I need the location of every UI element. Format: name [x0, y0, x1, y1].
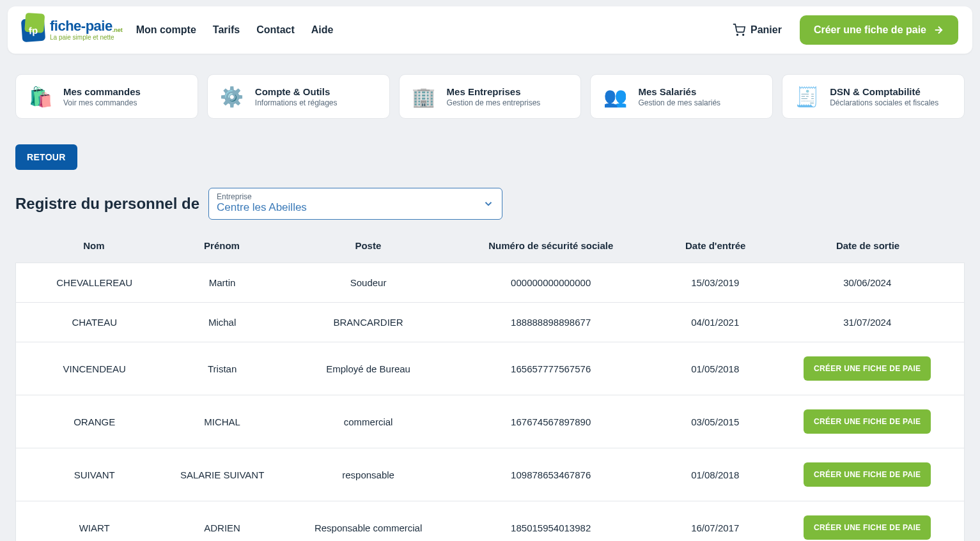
table-row: SUIVANT SALARIE SUIVANT responsable 1098… — [15, 448, 965, 501]
cell-sortie: 30/06/2024 — [782, 277, 953, 288]
tile-icon: 🏢 — [410, 82, 438, 110]
cell-ssn: 167674567897890 — [453, 416, 648, 427]
table-row: WIART ADRIEN Responsable commercial 1850… — [15, 501, 965, 541]
tile-icon: 🧾 — [793, 82, 821, 110]
cell-nom: WIART — [27, 522, 161, 533]
tile-subtitle: Gestion de mes entreprises — [447, 98, 541, 107]
cell-poste: responsable — [283, 469, 454, 480]
table-row: CHEVALLEREAU Martin Soudeur 000000000000… — [15, 263, 965, 303]
cell-poste: Employé de Bureau — [283, 363, 454, 374]
cell-ssn: 188888898898677 — [453, 317, 648, 328]
cell-prenom: Tristan — [161, 363, 283, 374]
cell-nom: ORANGE — [27, 416, 161, 427]
cart-link[interactable]: Panier — [733, 24, 782, 36]
main-nav: Mon compte Tarifs Contact Aide — [136, 24, 334, 36]
svg-point-0 — [737, 34, 738, 36]
cell-entree: 15/03/2019 — [648, 277, 782, 288]
nav-aide[interactable]: Aide — [311, 24, 334, 36]
cell-prenom: Martin — [161, 277, 283, 288]
tile-title: Mes Entreprises — [447, 86, 541, 97]
cell-entree: 01/08/2018 — [648, 469, 782, 480]
cell-entree: 01/05/2018 — [648, 363, 782, 374]
top-navbar: fp fiche-paie .net La paie simple et net… — [8, 6, 972, 54]
logo-text: fiche-paie .net La paie simple et nette — [50, 19, 114, 41]
tile-icon: 👥 — [601, 82, 629, 110]
cell-nom: CHATEAU — [27, 317, 161, 328]
nav-contact[interactable]: Contact — [256, 24, 295, 36]
logo-net: .net — [113, 27, 123, 33]
personnel-table: Nom Prénom Poste Numéro de sécurité soci… — [15, 240, 965, 541]
tile-title: Mes Salariés — [638, 86, 720, 97]
header-sortie: Date de sortie — [782, 240, 953, 251]
tile-companies[interactable]: 🏢 Mes Entreprises Gestion de mes entrepr… — [399, 74, 582, 119]
tile-subtitle: Déclarations sociales et fiscales — [830, 98, 938, 107]
tile-text: Compte & Outils Informations et réglages — [255, 86, 338, 107]
cell-ssn: 109878653467876 — [453, 469, 648, 480]
logo-badge: fp — [21, 18, 45, 42]
logo[interactable]: fp fiche-paie .net La paie simple et net… — [22, 19, 114, 42]
cell-entree: 04/01/2021 — [648, 317, 782, 328]
tile-subtitle: Voir mes commandes — [63, 98, 141, 107]
tile-text: DSN & Comptabilité Déclarations sociales… — [830, 86, 938, 107]
cell-nom: SUIVANT — [27, 469, 161, 480]
tile-title: Mes commandes — [63, 86, 141, 97]
tile-icon: 🛍️ — [26, 82, 54, 110]
cell-nom: VINCENDEAU — [27, 363, 161, 374]
cell-prenom: ADRIEN — [161, 522, 283, 533]
cell-poste: commercial — [283, 416, 454, 427]
tile-title: Compte & Outils — [255, 86, 338, 97]
cell-poste: BRANCARDIER — [283, 317, 454, 328]
title-row: Registre du personnel de Entreprise Cent… — [15, 188, 965, 220]
cell-poste: Responsable commercial — [283, 522, 454, 533]
header-entree: Date d'entrée — [648, 240, 782, 251]
back-button[interactable]: RETOUR — [15, 144, 77, 170]
cell-sortie: 31/07/2024 — [782, 317, 953, 328]
cell-prenom: SALARIE SUIVANT — [161, 469, 283, 480]
tile-text: Mes Entreprises Gestion de mes entrepris… — [447, 86, 541, 107]
tile-icon: ⚙️ — [218, 82, 246, 110]
company-select-label: Entreprise — [217, 192, 476, 201]
header-nom: Nom — [27, 240, 161, 251]
cell-ssn: 185015954013982 — [453, 522, 648, 533]
row-create-payslip-button[interactable]: CRÉER UNE FICHE DE PAIE — [804, 409, 931, 434]
tile-employees[interactable]: 👥 Mes Salariés Gestion de mes salariés — [590, 74, 773, 119]
nav-mon-compte[interactable]: Mon compte — [136, 24, 196, 36]
row-create-payslip-button[interactable]: CRÉER UNE FICHE DE PAIE — [804, 462, 931, 487]
cell-prenom: MICHAL — [161, 416, 283, 427]
company-select[interactable]: Entreprise Centre les Abeilles — [208, 188, 502, 220]
row-create-payslip-button[interactable]: CRÉER UNE FICHE DE PAIE — [804, 515, 931, 540]
cell-action: CRÉER UNE FICHE DE PAIE — [782, 409, 953, 434]
cell-ssn: 000000000000000 — [453, 277, 648, 288]
cell-nom: CHEVALLEREAU — [27, 277, 161, 288]
logo-main: fiche-paie — [50, 19, 113, 33]
cell-action: CRÉER UNE FICHE DE PAIE — [782, 515, 953, 540]
cell-poste: Soudeur — [283, 277, 454, 288]
tile-dsn[interactable]: 🧾 DSN & Comptabilité Déclarations social… — [782, 74, 965, 119]
tile-account[interactable]: ⚙️ Compte & Outils Informations et régla… — [207, 74, 390, 119]
table-header: Nom Prénom Poste Numéro de sécurité soci… — [15, 240, 965, 263]
table-row: VINCENDEAU Tristan Employé de Bureau 165… — [15, 342, 965, 395]
row-create-payslip-button[interactable]: CRÉER UNE FICHE DE PAIE — [804, 356, 931, 381]
company-select-value: Centre les Abeilles — [217, 201, 476, 214]
cell-action: CRÉER UNE FICHE DE PAIE — [782, 462, 953, 487]
page-title: Registre du personnel de — [15, 195, 199, 213]
arrow-right-icon — [933, 24, 944, 36]
chevron-down-icon — [483, 198, 494, 210]
svg-point-1 — [743, 34, 744, 36]
dashboard-tiles: 🛍️ Mes commandes Voir mes commandes ⚙️ C… — [15, 74, 965, 119]
tile-orders[interactable]: 🛍️ Mes commandes Voir mes commandes — [15, 74, 198, 119]
main-content: RETOUR Registre du personnel de Entrepri… — [15, 144, 965, 541]
header-ssn: Numéro de sécurité sociale — [453, 240, 648, 251]
tile-subtitle: Gestion de mes salariés — [638, 98, 720, 107]
tile-title: DSN & Comptabilité — [830, 86, 938, 97]
tile-text: Mes Salariés Gestion de mes salariés — [638, 86, 720, 107]
cart-icon — [733, 24, 745, 36]
logo-tagline: La paie simple et nette — [50, 34, 114, 41]
header-prenom: Prénom — [161, 240, 283, 251]
nav-tarifs[interactable]: Tarifs — [213, 24, 240, 36]
create-payslip-label: Créer une fiche de paie — [814, 24, 926, 36]
header-poste: Poste — [283, 240, 453, 251]
create-payslip-button[interactable]: Créer une fiche de paie — [800, 15, 958, 45]
cell-entree: 16/07/2017 — [648, 522, 782, 533]
cell-ssn: 165657777567576 — [453, 363, 648, 374]
